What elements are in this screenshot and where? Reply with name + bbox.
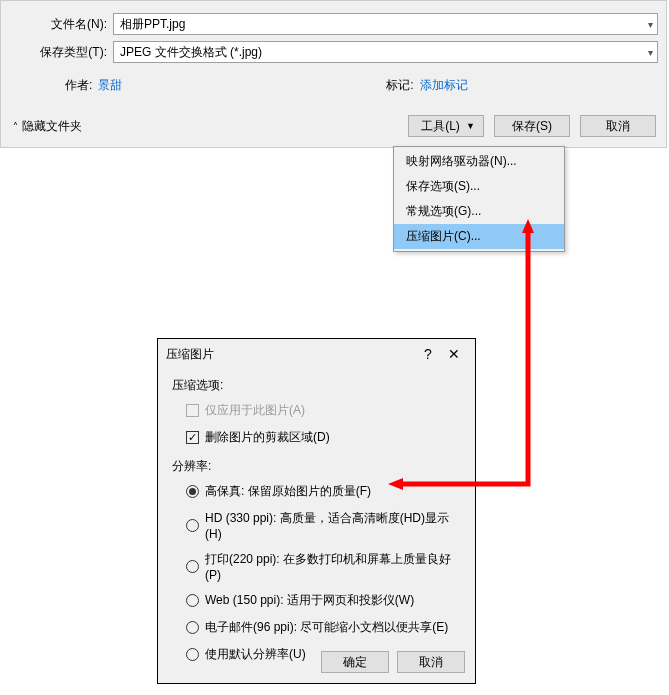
dialog-titlebar: 压缩图片 ? ✕ xyxy=(158,339,475,369)
radio-icon[interactable] xyxy=(186,519,199,532)
filename-value: 相册PPT.jpg xyxy=(120,16,185,33)
checkbox-apply-only: 仅应用于此图片(A) xyxy=(186,402,461,419)
tag-value[interactable]: 添加标记 xyxy=(420,77,468,94)
save-button[interactable]: 保存(S) xyxy=(494,115,570,137)
filename-input[interactable]: 相册PPT.jpg ▾ xyxy=(113,13,658,35)
ok-button[interactable]: 确定 xyxy=(321,651,389,673)
savetype-label: 保存类型(T): xyxy=(1,44,113,61)
savetype-value: JPEG 文件交换格式 (*.jpg) xyxy=(120,44,262,61)
radio-icon[interactable] xyxy=(186,594,199,607)
help-button[interactable]: ? xyxy=(415,346,441,362)
save-dialog-panel: 文件名(N): 相册PPT.jpg ▾ 保存类型(T): JPEG 文件交换格式… xyxy=(0,0,667,148)
checkbox-icon xyxy=(186,404,199,417)
cancel-button[interactable]: 取消 xyxy=(580,115,656,137)
resolution-label: 分辨率: xyxy=(172,458,461,475)
author-label: 作者: xyxy=(65,77,92,94)
tools-button[interactable]: 工具(L)▼ xyxy=(408,115,484,137)
author-value[interactable]: 景甜 xyxy=(98,77,122,94)
chevron-up-icon: ˄ xyxy=(13,121,18,132)
radio-icon[interactable] xyxy=(186,560,199,573)
hide-folders-toggle[interactable]: ˄ 隐藏文件夹 xyxy=(13,118,82,135)
radio-icon[interactable] xyxy=(186,621,199,634)
dialog-title: 压缩图片 xyxy=(166,346,415,363)
radio-print-220[interactable]: 打印(220 ppi): 在多数打印机和屏幕上质量良好(P) xyxy=(186,551,461,582)
savetype-select[interactable]: JPEG 文件交换格式 (*.jpg) ▾ xyxy=(113,41,658,63)
radio-icon[interactable] xyxy=(186,485,199,498)
radio-high-fidelity[interactable]: 高保真: 保留原始图片的质量(F) xyxy=(186,483,461,500)
chevron-down-icon[interactable]: ▾ xyxy=(648,47,653,58)
cancel-button-dialog[interactable]: 取消 xyxy=(397,651,465,673)
filename-label: 文件名(N): xyxy=(1,16,113,33)
radio-email-96[interactable]: 电子邮件(96 ppi): 尽可能缩小文档以便共享(E) xyxy=(186,619,461,636)
checkbox-delete-crop[interactable]: 删除图片的剪裁区域(D) xyxy=(186,429,461,446)
tag-label: 标记: xyxy=(386,77,413,94)
radio-hd-330[interactable]: HD (330 ppi): 高质量，适合高清晰度(HD)显示(H) xyxy=(186,510,461,541)
radio-icon[interactable] xyxy=(186,648,199,661)
tools-dropdown: 映射网络驱动器(N)... 保存选项(S)... 常规选项(G)... 压缩图片… xyxy=(393,146,565,252)
menu-item-compress-pictures[interactable]: 压缩图片(C)... xyxy=(394,224,564,249)
menu-item-map-drive[interactable]: 映射网络驱动器(N)... xyxy=(394,149,564,174)
compress-options-label: 压缩选项: xyxy=(172,377,461,394)
menu-item-general-options[interactable]: 常规选项(G)... xyxy=(394,199,564,224)
chevron-down-icon[interactable]: ▾ xyxy=(648,19,653,30)
radio-web-150[interactable]: Web (150 ppi): 适用于网页和投影仪(W) xyxy=(186,592,461,609)
chevron-down-icon: ▼ xyxy=(466,121,475,131)
hide-folders-label: 隐藏文件夹 xyxy=(22,118,82,135)
close-button[interactable]: ✕ xyxy=(441,346,467,362)
menu-item-save-options[interactable]: 保存选项(S)... xyxy=(394,174,564,199)
compress-pictures-dialog: 压缩图片 ? ✕ 压缩选项: 仅应用于此图片(A) 删除图片的剪裁区域(D) 分… xyxy=(157,338,476,684)
checkbox-icon[interactable] xyxy=(186,431,199,444)
